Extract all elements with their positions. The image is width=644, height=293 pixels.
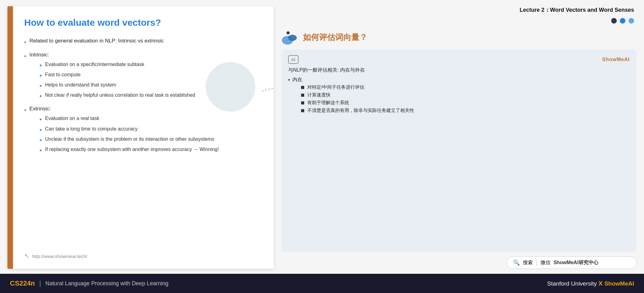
bullet-text: Intrinsic: [29,52,49,58]
slide-title: How to evaluate word vectors? [24,17,261,28]
list-item: • Intrinsic: ● Evaluation on a specific/… [24,51,261,101]
showmeai-brand: ShowMeAI [602,57,630,62]
search-prefix: 搜索 [523,260,533,266]
wave-icon [281,29,299,45]
list-item: ● Evaluation on a specific/intermediate … [39,60,195,69]
bullet-icon: • [24,37,26,47]
sub-bullet-text: Evaluation on a specific/intermediate su… [45,60,144,69]
sub-bullet-icon: ● [39,72,42,79]
bottom-left: CS224n | Natural Language Processing wit… [10,279,169,287]
sub-bullet-text: Not clear if really helpful unless corre… [45,91,195,99]
sub-bullets: ● Evaluation on a specific/intermediate … [39,60,195,100]
cn-list-item: 有助于理解这个系统 [301,100,414,106]
cursor-icon: ↖ [24,252,30,260]
list-item: ● Unclear if the subsystem is the proble… [39,135,219,144]
search-label: ShowMeAI研究中心 [554,260,598,266]
slide-panel: How to evaluate word vectors? • Related … [7,6,274,269]
cn-square-icon [301,94,304,97]
list-item: ● Evaluation on a real task [39,114,219,123]
list-item: ● If replacing exactly one subsystem wit… [39,145,219,154]
main-content: How to evaluate word vectors? • Related … [0,0,644,274]
sub-bullet-text: If replacing exactly one subsystem with … [45,145,219,153]
sub-bullet-text: Helps to understand that system [45,81,116,89]
cn-list-item: 计算速度快 [301,92,414,98]
dashed-connector [262,83,274,91]
search-bar[interactable]: 🔍 搜索 | 微信 ShowMeAI研究中心 [506,256,637,269]
dot-1 [611,18,617,24]
bottom-bar: CS224n | Natural Language Processing wit… [0,274,644,293]
dot-3 [629,18,634,24]
slide-footer: ↖ http://www.showmeai.tech/ [24,252,261,260]
card-intro: 与NLP的一般评估相关: 内在与外在 [288,67,630,73]
sub-bullet-text: Fast to compute [45,71,81,79]
cn-list-item: 不清楚是否真的有用，除非与实际任务建立了相关性 [301,108,414,113]
dots-row [281,18,637,24]
sub-bullet-text: Unclear if the subsystem is the problem … [45,135,214,143]
sub-bullet-text: Evaluation on a real task [45,114,99,122]
stanford-text: Stanford University [547,280,597,287]
cn-sub-text: 计算速度快 [307,92,331,98]
bullet-icon: • [24,105,26,115]
cn-square-icon [301,86,304,89]
bullet-text: Related to general evaluation in NLP: In… [29,37,164,45]
chinese-section-title: 如何评估词向量？ [303,32,367,43]
list-item: • Extrinsic: ● Evaluation on a real task… [24,104,261,155]
sub-bullet-icon: ● [39,116,42,123]
cn-list-item: 对特定/中间子任务进行评估 [301,84,414,90]
cn-bullet-text: 内在 [292,77,302,82]
cn-sub-text: 有助于理解这个系统 [307,100,349,106]
right-panel: Lecture 2：Word Vectors and Word Senses 如… [281,6,637,269]
cs224n-label: CS224n [10,279,35,287]
bottom-right: Stanford University X ShowMeAI [547,280,634,287]
cn-sub-bullets: 对特定/中间子任务进行评估 计算速度快 有助于理解这个系统 不清楚是否 [301,84,414,113]
search-divider: | [536,260,537,266]
list-item: ● Not clear if really helpful unless cor… [39,91,195,100]
lecture-title: Lecture 2：Word Vectors and Word Senses [281,6,637,14]
showmeai-footer-label: ShowMeAI [604,280,634,287]
card-header: AI ShowMeAI [288,55,630,64]
slide-content: • Related to general evaluation in NLP: … [24,37,261,245]
sub-bullet-icon: ● [39,62,42,69]
svg-point-1 [288,35,297,41]
sub-bullet-icon: ● [39,147,42,154]
bullet-text: Extrinsic: [29,106,51,112]
list-item: ● Can take a long time to compute accura… [39,125,219,133]
sub-bullet-icon: ● [39,92,42,100]
bottom-subtitle: Natural Language Processing with Deep Le… [45,280,168,287]
list-item: • Related to general evaluation in NLP: … [24,37,261,47]
chinese-title-section: 如何评估词向量？ [281,29,637,45]
bullet-icon: • [24,51,26,61]
translation-card: AI ShowMeAI 与NLP的一般评估相关: 内在与外在 • 内在 对特定/… [281,50,637,252]
search-wechat: 微信 [541,260,550,266]
slide-body: How to evaluate word vectors? • Related … [13,6,274,269]
cn-sub-text: 对特定/中间子任务进行评估 [307,84,364,90]
dot-2 [620,18,625,24]
footer-url: http://www.showmeai.tech/ [32,254,87,259]
cn-sub-text: 不清楚是否真的有用，除非与实际任务建立了相关性 [307,108,414,113]
cn-bullet-icon: • [288,77,290,83]
cn-square-icon [301,101,304,104]
list-item: ● Helps to understand that system [39,81,195,89]
bottom-divider: | [39,279,41,287]
cn-square-icon [301,109,304,112]
svg-point-2 [287,31,290,34]
sub-bullet-icon: ● [39,136,42,144]
list-item: ● Fast to compute [39,71,195,79]
search-icon: 🔍 [513,259,520,266]
cn-list-item: • 内在 对特定/中间子任务进行评估 计算速度快 [288,77,630,115]
x-separator: X [598,280,604,287]
ai-icon-text: AI [291,57,295,62]
sub-bullet-icon: ● [39,126,42,133]
sub-bullets: ● Evaluation on a real task ● Can take a… [39,114,219,153]
sub-bullet-text: Can take a long time to compute accuracy [45,125,138,133]
ai-icon: AI [288,55,299,64]
slide-left-bar [7,6,13,269]
sub-bullet-icon: ● [39,82,42,89]
